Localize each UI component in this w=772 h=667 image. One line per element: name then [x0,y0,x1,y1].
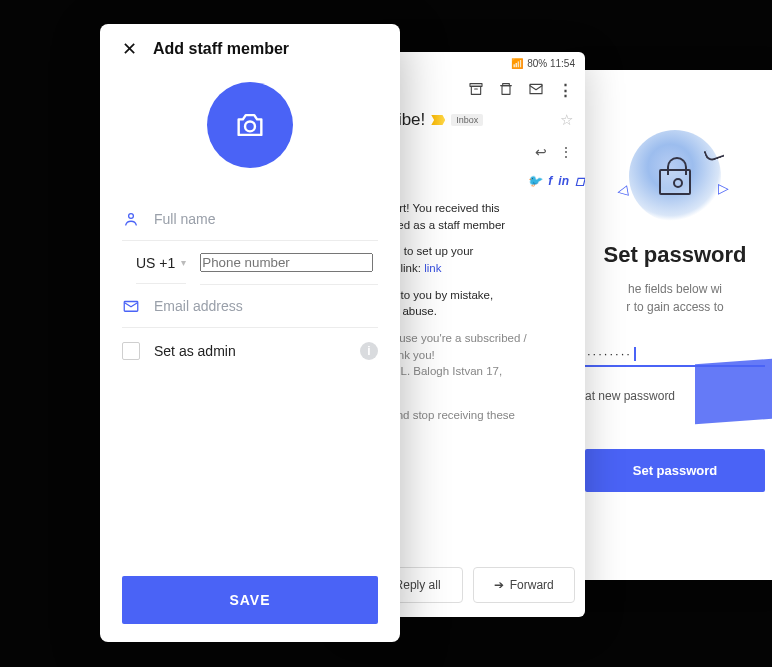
mail-icon[interactable] [528,81,544,100]
email-field[interactable] [122,285,378,328]
triangle-right-icon: ▷ [718,180,729,196]
svg-rect-2 [502,86,510,95]
signal-icon: 📶 [511,58,523,69]
panel-header: ✕ Add staff member [122,40,378,58]
trash-icon[interactable] [498,81,514,100]
set-admin-checkbox[interactable] [122,342,140,360]
add-staff-panel: ✕ Add staff member US +1 ▾ Set as a [100,24,400,642]
person-icon [122,210,140,228]
linkedin-icon[interactable]: in [558,174,569,188]
svg-point-4 [245,121,255,131]
camera-icon [233,108,267,142]
panel-title: Add staff member [153,40,289,58]
email-input[interactable] [154,298,378,314]
archive-icon[interactable] [468,81,484,100]
envelope-icon [122,297,140,315]
label-chip-icon [431,115,445,125]
avatar-upload[interactable] [207,82,293,168]
country-code-value: US +1 [136,255,175,271]
close-icon[interactable]: ✕ [122,40,137,58]
battery-text: 80% 11:54 [527,58,575,69]
svg-point-5 [129,214,134,219]
lock-illustration: ◁ ▷ [629,130,721,222]
info-icon[interactable]: i [360,342,378,360]
star-icon[interactable]: ☆ [560,111,573,129]
phone-input[interactable] [200,253,373,272]
set-password-button[interactable]: Set password [585,449,765,492]
lock-icon [659,169,691,195]
set-admin-row: Set as admin i [122,342,378,360]
meta-more-icon[interactable]: ⋮ [559,144,573,160]
set-admin-label: Set as admin [154,343,236,359]
decorative-block [695,356,772,424]
forward-label: Forward [510,578,554,592]
social-icons: 🐦 f in ◻ [527,174,585,188]
forward-arrow-icon: ➔ [494,578,504,592]
set-password-panel: ◁ ▷ Set password he fields below wi r to… [565,70,772,580]
set-password-title: Set password [603,242,746,268]
forward-button[interactable]: ➔ Forward [473,567,576,603]
triangle-left-icon: ◁ [616,181,630,199]
fullname-input[interactable] [154,211,378,227]
setup-link[interactable]: link [424,262,441,274]
more-icon[interactable]: ⋮ [558,81,573,100]
key-icon [703,145,724,162]
country-code-select[interactable]: US +1 ▾ [136,243,186,284]
chevron-down-icon: ▾ [181,257,186,268]
svg-rect-1 [471,86,480,94]
instagram-icon[interactable]: ◻ [575,174,585,188]
inbox-chip: Inbox [451,114,483,126]
password-dots: ········ [587,346,632,361]
facebook-icon[interactable]: f [548,174,552,188]
twitter-icon[interactable]: 🐦 [527,174,542,188]
set-password-desc: he fields below wi r to gain access to [626,280,723,316]
fullname-field[interactable] [122,198,378,241]
reply-all-label: Reply all [395,578,441,592]
phone-field-row: US +1 ▾ [122,241,378,285]
save-button[interactable]: SAVE [122,576,378,624]
reply-icon[interactable]: ↩ [535,144,547,160]
text-caret [634,347,636,361]
